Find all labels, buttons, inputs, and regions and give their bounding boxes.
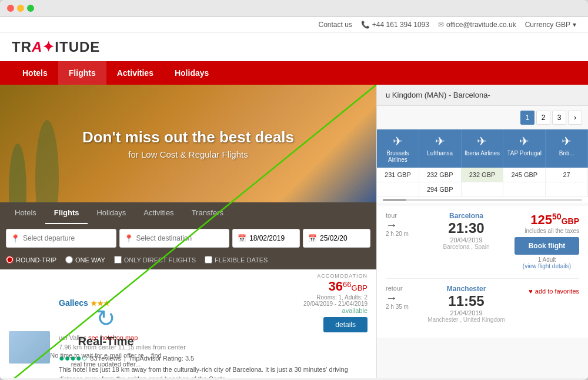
retour-time-block: Manchester 11:55 21/04/2019 Manchester ,… [424, 285, 509, 323]
view-details-link[interactable]: (view flight details) [514, 263, 579, 269]
price-cell-lufthansa-2[interactable]: 294 GBP [419, 182, 462, 196]
airline-header: ✈ Brussels Airlines ✈ Lufthansa ✈ Iberia… [377, 129, 588, 168]
scrollbar-thumb[interactable] [383, 199, 406, 201]
scrollbar-track[interactable] [383, 199, 582, 201]
main-nav: Hotels Flights Activities Holidays [0, 61, 588, 85]
hero-title: Don't miss out the best deals [82, 128, 294, 146]
tab-activities[interactable]: Activities [135, 202, 182, 224]
price-cell-british-1[interactable]: 27 [546, 168, 588, 182]
price-decimal: 66 [343, 280, 351, 289]
hotel-price: 3666GBP [303, 279, 368, 294]
pagination: 1 2 3 › [377, 106, 588, 129]
currency-item[interactable]: Currency GBP ▾ [525, 21, 576, 29]
calendar-icon-2: 📅 [308, 234, 317, 242]
one-way-radio[interactable] [65, 256, 73, 264]
book-flight-button[interactable]: Book flight [514, 237, 579, 255]
lufthansa-name: Lufthansa [422, 150, 458, 156]
round-trip-option[interactable]: ROUND-TRIP [6, 256, 56, 264]
price-cell-tap-1[interactable]: 245 GBP [503, 168, 546, 182]
tour-city: Barcelona [424, 212, 509, 220]
main-content: Don't miss out the best deals for Low Co… [0, 85, 588, 378]
flexible-checkbox[interactable] [205, 256, 212, 264]
one-way-option[interactable]: ONE WAY [65, 256, 105, 264]
page-next-btn[interactable]: › [568, 111, 582, 125]
availability-text: available [303, 307, 368, 314]
direct-option[interactable]: ONLY DIRECT FLIGHTS [114, 256, 196, 264]
add-favorites-row[interactable]: ♥ add to favorites [514, 288, 579, 295]
nav-hotels[interactable]: Hotels [12, 61, 58, 85]
bottom-left-area: ↻ Real-Time No time to wait for e-mail o… [0, 269, 376, 378]
nav-holidays[interactable]: Holidays [164, 61, 219, 85]
heart-icon-2: ♥ [529, 288, 533, 295]
airline-col-iberia: ✈ Iberia Airlines [462, 129, 504, 168]
search-tabs: Hotels Flights Holidays Activities Trans… [0, 202, 376, 224]
date-to-input[interactable]: 📅 25/02/20 [303, 229, 370, 248]
browser-window: Contact us 📞 +44 161 394 1093 ✉ office@t… [0, 0, 588, 380]
tour-time-block: Barcelona 21:30 20/04/2019 Barcelona , S… [424, 212, 509, 250]
tour-location: Barcelona , Spain [424, 244, 509, 250]
browser-dots [7, 5, 34, 12]
flight-price-currency: GBP [562, 216, 579, 226]
page-1-btn[interactable]: 1 [520, 111, 534, 125]
logo[interactable]: TRA✦ITUDE [12, 39, 100, 55]
top-bar: Contact us 📞 +44 161 394 1093 ✉ office@t… [0, 17, 588, 33]
round-trip-radio[interactable] [6, 256, 14, 264]
page-3-btn[interactable]: 3 [552, 111, 566, 125]
retour-date: 21/04/2019 [424, 309, 509, 316]
nav-activities[interactable]: Activities [106, 61, 164, 85]
flight-divider [386, 278, 579, 279]
flight-price: 12550GBP [514, 212, 579, 228]
destination-input[interactable] [119, 229, 230, 248]
date-to-value: 25/02/20 [320, 234, 348, 242]
price-cell-british-2[interactable] [546, 182, 588, 196]
price-row-2: 294 GBP [377, 182, 588, 197]
price-cell-lufthansa-1[interactable]: 232 GBP [419, 168, 462, 182]
dot-red[interactable] [7, 5, 14, 12]
retour-location: Manchester , United Kingdom [424, 316, 509, 323]
tab-hotels[interactable]: Hotels [6, 202, 45, 224]
hotel-image [9, 331, 50, 364]
direct-checkbox[interactable] [114, 256, 122, 264]
departure-wrapper: 📍 [6, 229, 116, 248]
direct-label: ONLY DIRECT FLIGHTS [124, 256, 196, 264]
flexible-label: FLEXIBLE DATES [215, 256, 268, 264]
page-2-btn[interactable]: 2 [536, 111, 550, 125]
tour-date: 20/04/2019 [424, 236, 509, 244]
dot-green[interactable] [27, 5, 34, 12]
flight-details: tour → 2 h 20 m Barcelona 21:30 20/04/20… [377, 206, 588, 338]
nav-flights[interactable]: Flights [58, 61, 106, 85]
hotel-details-button[interactable]: details [323, 317, 368, 332]
date-from-input[interactable]: 📅 18/02/2019 [232, 229, 300, 248]
contact-item[interactable]: Contact us [318, 21, 352, 29]
british-logo: ✈ [549, 134, 584, 148]
hero-subtitle: for Low Cost & Regular Flights [128, 149, 248, 159]
site-header: TRA✦ITUDE [0, 33, 588, 61]
price-cell-tap-2[interactable] [503, 182, 546, 196]
search-section: Hotels Flights Holidays Activities Trans… [0, 202, 376, 269]
tap-name: TAP Portugal [506, 150, 542, 156]
browser-content: Contact us 📞 +44 161 394 1093 ✉ office@t… [0, 17, 588, 378]
price-block: ACCOMODATION 3666GBP Rooms: 1, Adults: 2… [303, 273, 368, 332]
price-row-1: 231 GBP 232 GBP 232 GBP 245 GBP 27 [377, 168, 588, 182]
email-address: office@travitude.co.uk [446, 21, 516, 29]
departure-input[interactable] [6, 229, 116, 248]
tab-flights[interactable]: Flights [45, 202, 88, 224]
add-favorites-label: add to favorites [535, 288, 579, 295]
price-cell-brussels-2[interactable] [377, 182, 419, 196]
price-whole: 36 [329, 279, 343, 294]
tab-transfers[interactable]: Transfers [183, 202, 232, 224]
browser-chrome [0, 0, 588, 17]
flexible-option[interactable]: FLEXIBLE DATES [205, 256, 268, 264]
dot-yellow[interactable] [17, 5, 24, 12]
lufthansa-logo: ✈ [422, 134, 458, 148]
realtime-icon: ↻ [47, 305, 165, 332]
flight-price-block: 12550GBP includes all the taxes Book fli… [514, 212, 579, 269]
price-cell-brussels-1[interactable]: 231 GBP [377, 168, 419, 182]
realtime-section: ↻ Real-Time No time to wait for e-mail o… [47, 305, 165, 369]
adults-info: 1 Adult [514, 256, 579, 263]
tab-holidays[interactable]: Holidays [88, 202, 135, 224]
price-cell-iberia-2[interactable] [462, 182, 504, 196]
price-cell-iberia-1[interactable]: 232 GBP [462, 168, 504, 182]
destination-wrapper: 📍 [119, 229, 230, 248]
destination-bar: u Kingdom (MAN) - Barcelona- [377, 85, 588, 106]
